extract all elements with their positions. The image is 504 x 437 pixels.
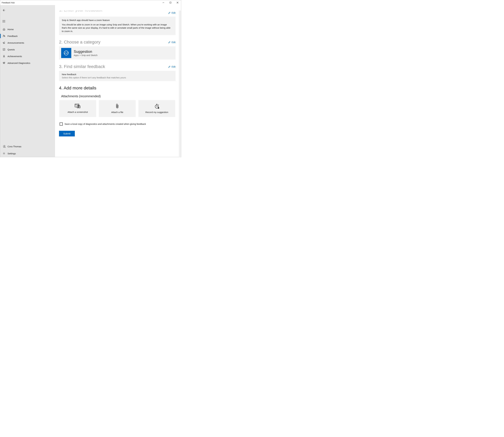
category-type: Suggestion	[74, 50, 97, 54]
svg-point-13	[3, 62, 4, 63]
attach-screenshot-button[interactable]: Attach a screenshot	[59, 100, 96, 117]
gear-icon	[3, 152, 8, 155]
feedback-icon	[3, 35, 8, 37]
svg-point-9	[4, 36, 5, 36]
nav-advanced-diagnostics[interactable]: Advanced Diagnostics	[0, 60, 55, 66]
edit-step1[interactable]: Edit	[168, 11, 175, 14]
attachments-heading: Attachments (recommended)	[59, 94, 175, 98]
maximize-button[interactable]	[167, 0, 174, 5]
nav-achievements[interactable]: Achievements	[0, 53, 55, 60]
home-icon	[3, 28, 8, 31]
hamburger-button[interactable]	[0, 18, 8, 25]
checkbox-label: Save a local copy of diagnostics and att…	[64, 123, 146, 125]
sidebar: Home Feedback Announcements	[0, 5, 55, 157]
category-path: Apps > Snip and Sketch	[74, 54, 97, 57]
edit-icon	[168, 66, 171, 68]
attach-label: Attach a file	[111, 111, 123, 113]
diagnostics-icon	[3, 61, 8, 64]
submit-button[interactable]: Submit	[59, 131, 75, 136]
scrollbar[interactable]	[179, 10, 181, 157]
nav-home[interactable]: Home	[0, 26, 55, 33]
nav-label: Home	[8, 28, 14, 31]
nav-label: Quests	[8, 48, 15, 51]
svg-point-17	[4, 62, 5, 63]
edit-icon	[168, 12, 171, 14]
edit-icon	[168, 41, 171, 43]
svg-point-39	[158, 108, 159, 109]
quests-icon	[3, 48, 8, 51]
save-local-copy-checkbox[interactable]	[60, 122, 63, 126]
paperclip-icon	[115, 103, 119, 109]
feedback-summary-body: You should be able to zoom in on an imag…	[62, 23, 173, 33]
screenshot-icon	[75, 104, 81, 109]
nav-label: Feedback	[8, 35, 18, 37]
window-title: Feedback Hub	[2, 1, 15, 4]
feedback-summary-title: Snip & Sketch app should have a zoom fea…	[62, 19, 173, 21]
nav-label: Settings	[8, 152, 16, 155]
nav-settings[interactable]: Settings	[0, 150, 55, 157]
similar-feedback-card: New feedback Select this option if there…	[59, 71, 175, 81]
title-bar: Feedback Hub	[0, 0, 181, 5]
svg-point-8	[3, 35, 4, 36]
step3-title: 3. Find similar feedback	[59, 64, 105, 69]
svg-rect-1	[170, 2, 171, 3]
nav-label: Achievements	[8, 55, 22, 58]
attach-label: Record my suggestion	[145, 111, 168, 113]
step4-title: 4. Add more details	[59, 86, 175, 90]
edit-step2[interactable]: Edit	[168, 41, 175, 43]
nav-feedback[interactable]: Feedback	[0, 33, 55, 39]
megaphone-icon	[3, 41, 8, 44]
svg-rect-10	[3, 49, 5, 50]
edit-step3[interactable]: Edit	[168, 65, 175, 68]
main-content: 1. Enter your feedback Edit Snip & Sketc…	[55, 5, 181, 157]
category-app-icon	[61, 48, 71, 58]
nav-label: Advanced Diagnostics	[8, 62, 30, 64]
attach-label: Attach a screenshot	[68, 111, 88, 113]
user-name: Cora Thomas	[8, 145, 21, 148]
stopwatch-icon	[154, 103, 160, 109]
nav-quests[interactable]: Quests	[0, 46, 55, 53]
step2-title: 2. Choose a category	[59, 40, 100, 45]
back-button[interactable]	[0, 7, 8, 14]
svg-point-11	[3, 55, 4, 56]
minimize-button[interactable]	[160, 0, 167, 5]
close-button[interactable]	[174, 0, 181, 5]
user-icon	[3, 145, 8, 148]
attach-file-button[interactable]: Attach a file	[99, 100, 136, 117]
record-suggestion-button[interactable]: Record my suggestion	[138, 100, 175, 117]
step1-title: 1. Enter your feedback	[59, 10, 102, 12]
svg-point-15	[4, 63, 4, 64]
svg-line-38	[158, 104, 159, 105]
nav-label: Announcements	[8, 41, 24, 44]
nav-user-account[interactable]: Cora Thomas	[0, 143, 55, 150]
nav-announcements[interactable]: Announcements	[0, 39, 55, 46]
category-card: Suggestion Apps > Snip and Sketch	[59, 46, 175, 60]
svg-point-23	[4, 153, 4, 154]
ribbon-icon	[3, 55, 8, 58]
svg-point-19	[4, 145, 5, 146]
step1-summary-card: Snip & Sketch app should have a zoom fea…	[59, 17, 175, 35]
new-feedback-subtitle: Select this option if there isn't any fe…	[62, 76, 173, 79]
new-feedback-title: New feedback	[62, 73, 173, 76]
